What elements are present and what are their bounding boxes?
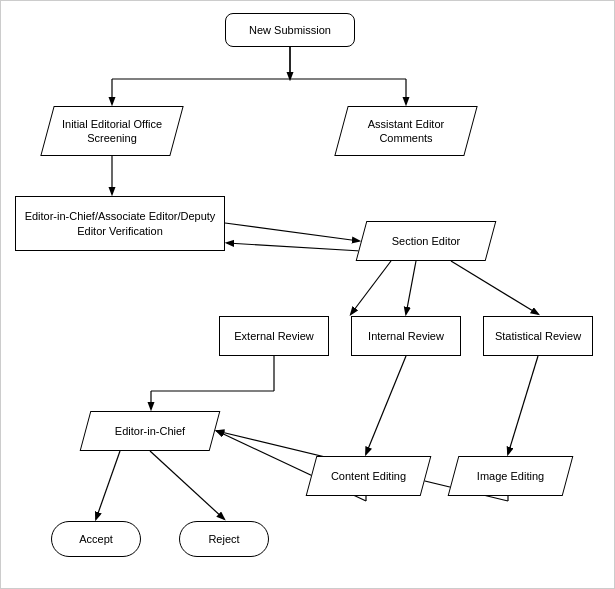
image-editing-node: Image Editing xyxy=(453,456,568,496)
section-editor-node: Section Editor xyxy=(361,221,491,261)
svg-line-16 xyxy=(508,356,538,454)
svg-line-19 xyxy=(96,451,120,519)
reject-label: Reject xyxy=(208,532,239,546)
image-editing-label: Image Editing xyxy=(467,465,554,487)
external-review-label: External Review xyxy=(234,329,313,343)
reject-node: Reject xyxy=(179,521,269,557)
svg-line-9 xyxy=(351,261,391,314)
section-editor-label: Section Editor xyxy=(382,230,470,252)
svg-line-10 xyxy=(406,261,416,314)
accept-label: Accept xyxy=(79,532,113,546)
editorial-screening-node: Initial Editorial Office Screening xyxy=(47,106,177,156)
editor-in-chief-label: Editor-in-Chief xyxy=(105,420,195,442)
statistical-review-node: Statistical Review xyxy=(483,316,593,356)
statistical-review-label: Statistical Review xyxy=(495,329,581,343)
editor-in-chief-node: Editor-in-Chief xyxy=(85,411,215,451)
assistant-editor-label: Assistant Editor Comments xyxy=(341,113,471,150)
external-review-node: External Review xyxy=(219,316,329,356)
internal-review-node: Internal Review xyxy=(351,316,461,356)
new-submission-label: New Submission xyxy=(249,23,331,37)
new-submission-node: New Submission xyxy=(225,13,355,47)
arrows-layer xyxy=(1,1,615,589)
accept-node: Accept xyxy=(51,521,141,557)
assistant-editor-node: Assistant Editor Comments xyxy=(341,106,471,156)
eic-verification-label: Editor-in-Chief/Associate Editor/Deputy … xyxy=(16,209,224,238)
eic-verification-node: Editor-in-Chief/Associate Editor/Deputy … xyxy=(15,196,225,251)
editorial-screening-label: Initial Editorial Office Screening xyxy=(47,113,177,150)
svg-line-11 xyxy=(451,261,538,314)
svg-line-15 xyxy=(366,356,406,454)
content-editing-node: Content Editing xyxy=(311,456,426,496)
svg-line-7 xyxy=(225,223,359,241)
svg-line-20 xyxy=(150,451,224,519)
flowchart-diagram: New Submission Initial Editorial Office … xyxy=(0,0,615,589)
internal-review-label: Internal Review xyxy=(368,329,444,343)
svg-line-8 xyxy=(227,243,361,251)
content-editing-label: Content Editing xyxy=(321,465,416,487)
